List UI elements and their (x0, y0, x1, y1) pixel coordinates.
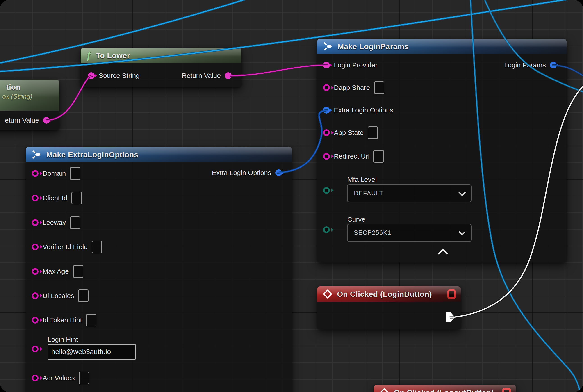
event-diamond-icon (379, 388, 389, 392)
function-f-icon: ƒ (86, 51, 91, 60)
exec-output-pin[interactable] (446, 312, 455, 322)
node-header[interactable]: On Clicked (LoginButton) (317, 286, 461, 302)
pin-row-client-id: Client Id (32, 191, 82, 205)
node-title: To Lower (96, 51, 130, 60)
node-get-selected-option[interactable]: tion ox (String) eturn Value (0, 80, 59, 130)
login-hint-value: hello@web3auth.io (51, 348, 111, 356)
string-input-pin[interactable] (32, 195, 38, 202)
event-diamond-icon (322, 289, 332, 299)
pin-label: Extra Login Options (334, 106, 393, 114)
string-input-pin[interactable] (32, 170, 38, 177)
chevron-down-icon (458, 228, 466, 236)
value-box[interactable] (79, 372, 89, 384)
pin-row-redirect-url: Redirect Url (323, 150, 384, 163)
pin-label: Redirect Url (334, 152, 370, 160)
pin-label: Source String (99, 72, 140, 80)
pin-row-login-params-out: Login Params (504, 58, 557, 72)
node-on-clicked-login-button[interactable]: On Clicked (LoginButton) (317, 286, 461, 329)
pin-row-return-value: Return Value (182, 69, 232, 82)
string-output-pin[interactable] (43, 117, 50, 124)
pin-row-verifier-id-field: Verifier Id Field (32, 240, 102, 254)
string-input-pin[interactable] (32, 244, 38, 250)
pin-label: Return Value (182, 72, 221, 80)
struct-output-pin[interactable] (550, 62, 557, 68)
pin-label: Extra Login Options (212, 169, 271, 177)
value-box[interactable] (70, 167, 80, 180)
make-struct-icon (322, 42, 333, 51)
node-title: Make ExtraLoginOptions (46, 150, 138, 159)
pin-row-source-string: Source String (88, 69, 140, 82)
node-header[interactable]: tion ox (String) (0, 80, 59, 110)
pin-label: Client Id (42, 194, 67, 202)
pin-label: App State (334, 129, 364, 136)
node-title-fragment: tion (0, 83, 21, 92)
string-output-pin[interactable] (225, 72, 232, 79)
string-input-pin[interactable] (32, 346, 38, 352)
bound-event-badge[interactable] (448, 290, 456, 299)
value-box[interactable] (78, 290, 88, 302)
bound-event-badge[interactable] (502, 388, 511, 392)
pin-label: Login Provider (334, 61, 377, 69)
mfa-level-label: Mfa Level (347, 176, 377, 184)
pin-label: Verifier Id Field (42, 243, 88, 251)
object-output-pin[interactable] (275, 170, 282, 176)
value-box[interactable] (73, 265, 83, 278)
curve-dropdown[interactable]: SECP256K1 (347, 224, 472, 242)
pin-label: Id Token Hint (42, 316, 82, 324)
node-title: On Clicked (LogoutButton) (394, 388, 494, 392)
pin-row-return-value: eturn Value (5, 114, 50, 127)
value-box[interactable] (86, 314, 96, 326)
pin-label: Login Params (504, 61, 546, 69)
pin-row-ui-locales: Ui Locales (32, 289, 88, 302)
mfa-level-dropdown[interactable]: DEFAULT (347, 184, 472, 202)
pin-label: Ui Locales (42, 292, 74, 300)
pin-label: Dapp Share (334, 84, 370, 92)
string-input-pin[interactable] (32, 219, 38, 226)
pin-row-dapp-share: Dapp Share (323, 81, 384, 94)
login-hint-label: Login Hint (48, 336, 78, 343)
pin-row-app-state: App State (323, 126, 378, 140)
node-title: Make LoginParams (338, 42, 409, 51)
node-header[interactable]: Make ExtraLoginOptions (26, 147, 292, 162)
string-input-pin[interactable] (323, 84, 330, 91)
node-make-extra-login-options[interactable]: Make ExtraLoginOptions Domain Client Id … (26, 147, 292, 392)
enum-input-pin[interactable] (323, 187, 330, 194)
string-input-pin[interactable] (32, 317, 38, 324)
string-input-pin[interactable] (88, 72, 94, 79)
pin-label: Leeway (42, 219, 66, 226)
pin-label: Acr Values (42, 374, 75, 382)
object-input-pin[interactable] (323, 107, 330, 114)
value-box[interactable] (92, 240, 102, 253)
string-input-pin[interactable] (323, 129, 330, 136)
node-on-clicked-logout-button[interactable]: On Clicked (LogoutButton) (374, 385, 516, 392)
value-box[interactable] (374, 150, 384, 163)
collapse-node-button[interactable] (438, 248, 448, 259)
value-box[interactable] (70, 216, 80, 229)
string-input-pin[interactable] (323, 62, 330, 68)
value-box[interactable] (374, 81, 384, 94)
node-header[interactable]: Make LoginParams (317, 39, 566, 54)
wire-string-tolower-to-provider (230, 65, 328, 76)
string-input-pin[interactable] (32, 268, 38, 275)
node-to-lower[interactable]: ƒ To Lower Source String Return Value (81, 48, 242, 87)
value-box[interactable] (368, 126, 378, 139)
node-make-login-params[interactable]: Make LoginParams Login Provider Dapp Sha… (317, 39, 566, 262)
node-title: On Clicked (LoginButton) (337, 290, 432, 298)
value-box[interactable] (72, 192, 82, 204)
pin-row-acr-values: Acr Values (32, 371, 89, 385)
string-input-pin[interactable] (323, 153, 330, 160)
curve-value: SECP256K1 (354, 229, 391, 236)
pin-row-max-age: Max Age (32, 265, 83, 278)
node-subtitle-fragment: ox (String) (0, 93, 32, 100)
pin-row-login-provider: Login Provider (323, 58, 377, 72)
login-hint-input[interactable]: hello@web3auth.io (48, 344, 136, 360)
pin-row-leeway: Leeway (32, 216, 80, 229)
string-input-pin[interactable] (32, 375, 38, 382)
pin-label: eturn Value (5, 116, 39, 124)
node-header[interactable]: ƒ To Lower (81, 48, 242, 63)
blueprint-graph-canvas[interactable]: tion ox (String) eturn Value ƒ To Lower … (0, 0, 583, 392)
chevron-down-icon (458, 188, 466, 196)
enum-input-pin[interactable] (323, 226, 330, 233)
node-header[interactable]: On Clicked (LogoutButton) (374, 385, 516, 392)
string-input-pin[interactable] (32, 292, 38, 299)
